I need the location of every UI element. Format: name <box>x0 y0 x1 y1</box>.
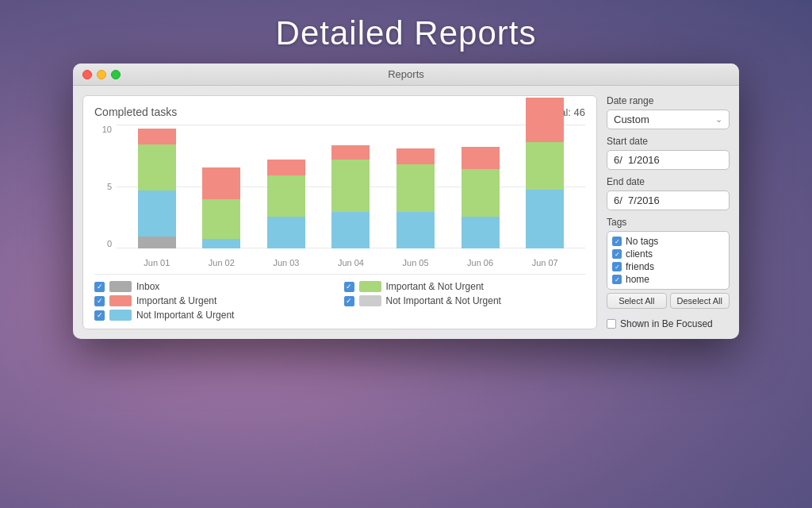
bar-group-Jun-03 <box>267 160 305 248</box>
select-all-button[interactable]: Select All <box>607 293 667 309</box>
y-label-0: 0 <box>94 239 112 248</box>
tag-label-2: friends <box>626 261 654 272</box>
legend-swatch-important-urgent <box>109 295 132 306</box>
chart-legend: Inbox Important & Not Urgent Important &… <box>94 274 585 321</box>
bar-segment-2-3 <box>267 160 305 175</box>
titlebar: Reports <box>73 64 739 86</box>
end-date-input[interactable] <box>607 190 730 210</box>
maximize-button[interactable] <box>111 70 121 79</box>
tag-checkbox-1[interactable] <box>612 249 622 259</box>
sidebar: Date range Custom ⌄ Start date End date … <box>607 95 730 329</box>
bar-segment-4-2 <box>396 164 435 212</box>
x-label-Jun-04: Jun 04 <box>331 248 370 267</box>
bar-stack-5 <box>462 147 500 248</box>
y-axis: 10 5 0 <box>94 125 112 248</box>
bar-stack-3 <box>331 145 370 248</box>
tags-section: Tags No tagsclientsfriendshome Select Al… <box>607 217 730 309</box>
x-label-Jun-07: Jun 07 <box>526 248 564 267</box>
date-range-label: Date range <box>607 95 730 106</box>
deselect-all-button[interactable]: Deselect All <box>670 293 730 309</box>
bar-segment-1-3 <box>202 167 240 199</box>
bar-stack-1 <box>202 167 240 248</box>
tags-label: Tags <box>607 217 730 228</box>
bar-segment-0-2 <box>138 144 176 190</box>
bar-stack-2 <box>267 160 305 248</box>
y-label-5: 5 <box>94 182 112 191</box>
date-range-dropdown[interactable]: Custom ⌄ <box>607 110 730 129</box>
x-label-Jun-06: Jun 06 <box>462 248 500 267</box>
window-title: Reports <box>388 68 424 80</box>
x-label-Jun-01: Jun 01 <box>138 248 176 267</box>
traffic-lights <box>82 70 121 79</box>
bar-segment-5-1 <box>462 217 500 248</box>
bar-segment-6-2 <box>526 142 564 190</box>
legend-swatch-not-important-not-urgent <box>359 295 381 306</box>
legend-swatch-important-not-urgent <box>359 281 381 292</box>
bar-group-Jun-02 <box>202 167 240 248</box>
legend-label-important-urgent: Important & Urgent <box>136 295 216 306</box>
legend-checkbox-not-important-urgent[interactable] <box>94 310 105 321</box>
bar-stack-4 <box>396 148 435 248</box>
close-button[interactable] <box>82 70 92 79</box>
chart-title: Completed tasks <box>94 106 177 118</box>
legend-checkbox-important-not-urgent[interactable] <box>344 282 354 292</box>
bar-stack-6 <box>526 98 564 248</box>
bar-segment-4-3 <box>396 148 435 164</box>
bar-stack-0 <box>138 129 176 248</box>
tag-label-0: No tags <box>626 236 658 247</box>
legend-not-important-not-urgent: Not Important & Not Urgent <box>344 295 586 306</box>
bar-group-Jun-07 <box>526 98 564 248</box>
shown-in-befocused-label: Shown in Be Focused <box>620 318 713 329</box>
tags-buttons: Select All Deselect All <box>607 293 730 309</box>
x-axis: Jun 01Jun 02Jun 03Jun 04Jun 05Jun 06Jun … <box>117 248 585 267</box>
bars-container <box>117 125 585 248</box>
legend-label-inbox: Inbox <box>136 281 159 292</box>
main-panel: Completed tasks Total: 46 10 5 0 <box>82 95 597 329</box>
bar-segment-2-2 <box>267 175 305 217</box>
tag-item-0: No tags <box>612 235 724 248</box>
legend-checkbox-not-important-not-urgent[interactable] <box>344 296 354 306</box>
legend-not-important-urgent: Not Important & Urgent <box>94 310 336 321</box>
legend-inbox: Inbox <box>94 281 336 292</box>
x-label-Jun-05: Jun 05 <box>396 248 435 267</box>
end-date-section: End date <box>607 176 730 210</box>
bar-segment-2-1 <box>267 217 305 248</box>
tag-item-1: clients <box>612 248 724 260</box>
bar-segment-0-1 <box>138 190 176 237</box>
bar-segment-1-1 <box>202 239 240 248</box>
start-date-input[interactable] <box>607 150 730 170</box>
chart-header: Completed tasks Total: 46 <box>94 106 585 118</box>
shown-in-befocused-checkbox[interactable] <box>607 319 616 329</box>
chart-area: 10 5 0 Jun 01Jun 02Jun 03Jun 04Jun 05Jun… <box>94 125 585 267</box>
tag-checkbox-3[interactable] <box>612 275 622 284</box>
end-date-label: End date <box>607 176 730 187</box>
bar-segment-6-1 <box>526 190 564 248</box>
bar-group-Jun-01 <box>138 129 176 248</box>
legend-label-important-not-urgent: Important & Not Urgent <box>386 281 484 292</box>
legend-checkbox-important-urgent[interactable] <box>94 296 105 306</box>
legend-label-not-important-urgent: Not Important & Urgent <box>136 310 234 321</box>
y-label-10: 10 <box>94 125 112 134</box>
bar-segment-5-3 <box>462 147 500 169</box>
window-content: Completed tasks Total: 46 10 5 0 <box>73 86 739 339</box>
bar-segment-6-3 <box>526 98 564 142</box>
bar-segment-0-3 <box>138 129 176 144</box>
tag-label-3: home <box>626 274 649 285</box>
start-date-section: Start date <box>607 136 730 170</box>
legend-label-not-important-not-urgent: Not Important & Not Urgent <box>386 295 501 306</box>
tags-box: No tagsclientsfriendshome <box>607 231 730 290</box>
tag-checkbox-2[interactable] <box>612 262 622 271</box>
bar-group-Jun-06 <box>462 147 500 248</box>
start-date-label: Start date <box>607 136 730 147</box>
legend-swatch-not-important-urgent <box>109 310 132 321</box>
x-label-Jun-02: Jun 02 <box>202 248 240 267</box>
bar-group-Jun-05 <box>396 148 435 248</box>
legend-important-not-urgent: Important & Not Urgent <box>344 281 586 292</box>
minimize-button[interactable] <box>97 70 106 79</box>
tag-item-2: friends <box>612 260 724 273</box>
legend-checkbox-inbox[interactable] <box>94 282 105 292</box>
bar-segment-4-1 <box>396 212 435 248</box>
page-title: Detailed Reports <box>276 14 537 52</box>
tag-checkbox-0[interactable] <box>612 237 622 246</box>
chevron-down-icon: ⌄ <box>715 114 722 125</box>
